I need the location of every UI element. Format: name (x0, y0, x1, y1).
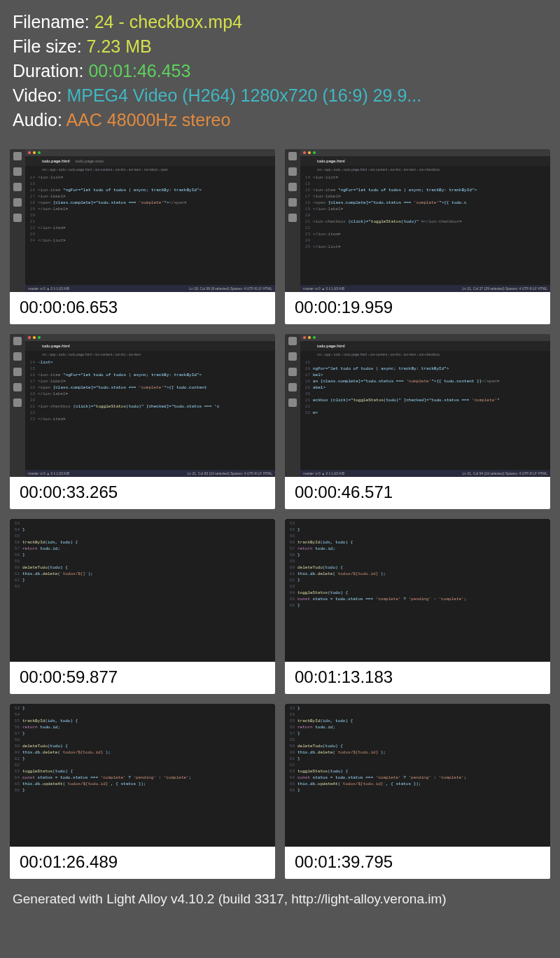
activity-bar (285, 334, 300, 477)
extensions-icon[interactable] (288, 214, 297, 222)
debug-icon[interactable] (13, 383, 22, 391)
editor-area: todo.page.html todo.page.scss src › app … (25, 149, 275, 292)
thumbnail-frame: todo.page.html src › app › todo › todo.p… (10, 334, 275, 477)
video-thumbnail[interactable]: 5354}5556trackById(idx, todo) {57 return… (285, 519, 550, 694)
extensions-icon[interactable] (288, 398, 297, 407)
tab-active[interactable]: todo.page.html (42, 159, 70, 163)
video-row: Video: MPEG4 Video (H264) 1280x720 (16:9… (13, 83, 547, 108)
status-right: Ln 21, Col 83 (10 selected) Spaces: 4 UT… (188, 471, 272, 475)
search-icon[interactable] (13, 352, 22, 361)
debug-icon[interactable] (13, 198, 22, 207)
activity-bar (285, 149, 300, 292)
thumbnail-grid: todo.page.html todo.page.scss src › app … (0, 139, 560, 889)
search-icon[interactable] (13, 167, 22, 176)
extensions-icon[interactable] (13, 398, 22, 407)
code-content: 53}5455trackById(idx, todo) {56 return t… (285, 704, 550, 847)
filename-row: Filename: 24 - checkbox.mp4 (13, 10, 547, 34)
timestamp-label: 00:01:39.795 (285, 847, 550, 879)
timestamp-label: 00:00:33.265 (10, 477, 275, 509)
minimize-icon[interactable] (33, 336, 36, 339)
filesize-value: 7.23 MB (87, 36, 152, 56)
search-icon[interactable] (288, 352, 297, 361)
code-content: 14<ion-list>1516 <ion-item *ngFor="let t… (25, 173, 275, 285)
code-content: 5354}5556trackById(idx, todo) {57 return… (285, 519, 550, 662)
editor-area: todo.page.html src › app › todo › todo.p… (300, 149, 550, 292)
tab-active[interactable]: todo.page.html (317, 344, 345, 348)
maximize-icon[interactable] (313, 151, 316, 154)
close-icon[interactable] (303, 336, 306, 339)
thumbnail-frame: 5354}5556trackById(idx, todo) {57 return… (285, 519, 550, 662)
video-thumbnail[interactable]: todo.page.html src › app › todo › todo.p… (285, 149, 550, 324)
activity-bar (10, 334, 25, 477)
video-thumbnail[interactable]: 53}5455trackById(idx, todo) {56 return t… (10, 704, 275, 879)
timestamp-label: 00:00:06.653 (10, 292, 275, 324)
window-titlebar (25, 149, 275, 156)
window-titlebar (25, 334, 275, 341)
maximize-icon[interactable] (38, 151, 41, 154)
minimize-icon[interactable] (33, 151, 36, 154)
tab-active[interactable]: todo.page.html (317, 159, 345, 163)
video-thumbnail[interactable]: 53}5455trackById(idx, todo) {56 return t… (285, 704, 550, 879)
scm-icon[interactable] (13, 183, 22, 191)
status-bar: master ⊘ 0 ▲ 0 ℹ 1.63 KiB Ln 21, Col 27 … (300, 285, 550, 292)
status-right: Ln 18, Col 38 (8 selected) Spaces: 4 UTF… (189, 286, 272, 291)
code-content: 14<ion-list>1516 <ion-item *ngFor="let t… (300, 173, 550, 285)
window-titlebar (300, 334, 550, 341)
status-bar: master ⊘ 0 ▲ 0 ℹ 1.63 KiB Ln 18, Col 38 … (25, 285, 275, 292)
video-thumbnail[interactable]: todo.page.html todo.page.scss src › app … (10, 149, 275, 324)
explorer-icon[interactable] (288, 337, 297, 345)
maximize-icon[interactable] (313, 336, 316, 339)
filename-label: Filename: (13, 12, 90, 32)
thumbnail-frame: 5354}5556trackById(idx, todo) {57 return… (10, 519, 275, 662)
status-left: master ⊘ 0 ▲ 0 ℹ 1.63 KiB (303, 286, 344, 291)
close-icon[interactable] (28, 336, 31, 339)
activity-bar (10, 149, 25, 292)
editor-tabs: todo.page.html (300, 341, 550, 351)
debug-icon[interactable] (288, 383, 297, 391)
editor-tabs: todo.page.html todo.page.scss (25, 156, 275, 166)
scm-icon[interactable] (13, 368, 22, 376)
filesize-label: File size: (13, 36, 82, 56)
editor-area: 53}5455trackById(idx, todo) {56 return t… (10, 704, 275, 847)
code-content: 1516ngFor="let todo of todos | async; tr… (300, 358, 550, 470)
minimize-icon[interactable] (308, 151, 311, 154)
code-content: 14-list>1516<ion-item *ngFor="let todo o… (25, 358, 275, 470)
breadcrumb[interactable]: src › app › todo › todo.page.html › ion-… (300, 351, 550, 358)
file-metadata: Filename: 24 - checkbox.mp4 File size: 7… (0, 0, 560, 139)
editor-area: todo.page.html src › app › todo › todo.p… (300, 334, 550, 477)
thumbnail-frame: todo.page.html src › app › todo › todo.p… (285, 149, 550, 292)
scm-icon[interactable] (288, 368, 297, 376)
explorer-icon[interactable] (13, 337, 22, 345)
thumbnail-frame: todo.page.html todo.page.scss src › app … (10, 149, 275, 292)
status-bar: master ⊘ 0 ▲ 0 ℹ 1.63 KiB Ln 21, Col 94 … (300, 470, 550, 477)
audio-row: Audio: AAC 48000Hz stereo (13, 108, 547, 132)
minimize-icon[interactable] (308, 336, 311, 339)
timestamp-label: 00:01:13.183 (285, 662, 550, 694)
video-thumbnail[interactable]: todo.page.html src › app › todo › todo.p… (285, 334, 550, 509)
duration-label: Duration: (13, 61, 83, 81)
search-icon[interactable] (288, 167, 297, 176)
close-icon[interactable] (28, 151, 31, 154)
close-icon[interactable] (303, 151, 306, 154)
timestamp-label: 00:00:46.571 (285, 477, 550, 509)
breadcrumb[interactable]: src › app › todo › todo.page.html › ion-… (300, 166, 550, 173)
tab-active[interactable]: todo.page.html (42, 344, 70, 348)
scm-icon[interactable] (288, 183, 297, 191)
code-content: 5354}5556trackById(idx, todo) {57 return… (10, 519, 275, 662)
thumbnail-frame: 53}5455trackById(idx, todo) {56 return t… (10, 704, 275, 847)
thumbnail-frame: 53}5455trackById(idx, todo) {56 return t… (285, 704, 550, 847)
extensions-icon[interactable] (13, 214, 22, 222)
explorer-icon[interactable] (288, 152, 297, 160)
video-thumbnail[interactable]: 5354}5556trackById(idx, todo) {57 return… (10, 519, 275, 694)
filename-value: 24 - checkbox.mp4 (94, 12, 242, 32)
debug-icon[interactable] (288, 198, 297, 207)
video-thumbnail[interactable]: todo.page.html src › app › todo › todo.p… (10, 334, 275, 509)
breadcrumb[interactable]: src › app › todo › todo.page.html › ion-… (25, 351, 275, 358)
explorer-icon[interactable] (13, 152, 22, 160)
tab-inactive[interactable]: todo.page.scss (76, 159, 104, 163)
duration-value: 00:01:46.453 (88, 61, 190, 81)
maximize-icon[interactable] (38, 336, 41, 339)
window-titlebar (300, 149, 550, 156)
breadcrumb[interactable]: src › app › todo › todo.page.html › ion-… (25, 166, 275, 173)
timestamp-label: 00:00:59.877 (10, 662, 275, 694)
